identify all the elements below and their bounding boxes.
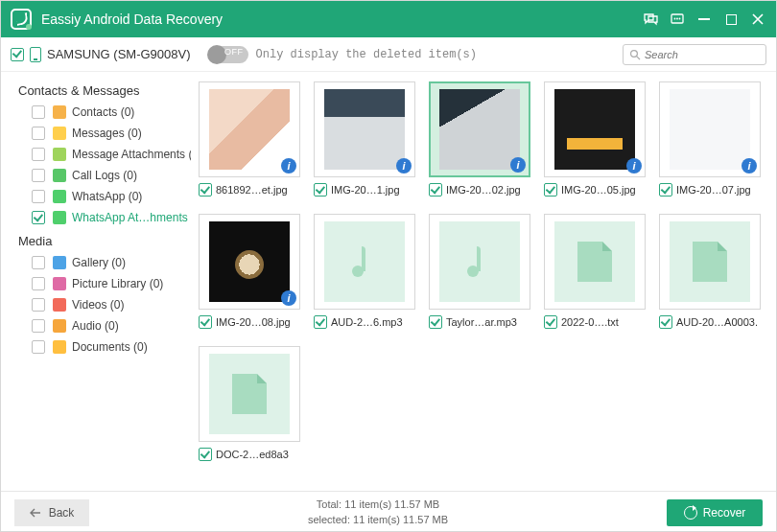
file-thumbnail[interactable]: i <box>544 81 646 177</box>
only-deleted-label: Only display the deleted item(s) <box>256 48 477 61</box>
close-button[interactable] <box>749 11 766 28</box>
sidebar-item-checkbox[interactable] <box>32 190 45 203</box>
file-caption: AUD-20…A0003. <box>659 315 761 329</box>
sidebar-item-checkbox[interactable] <box>32 256 45 269</box>
file-thumbnail[interactable]: i <box>659 81 761 177</box>
info-badge-icon[interactable]: i <box>396 158 412 173</box>
feedback-icon[interactable] <box>669 11 686 28</box>
category-icon <box>53 277 66 290</box>
sidebar-group-title: Contacts & Messages <box>18 83 183 98</box>
sidebar-item[interactable]: WhatsApp At…hments (11) <box>14 207 183 228</box>
file-thumbnail[interactable]: i <box>429 81 530 177</box>
file-checkbox[interactable] <box>544 183 557 197</box>
file-checkbox[interactable] <box>429 315 442 329</box>
sidebar-item[interactable]: Audio (0) <box>14 315 183 336</box>
file-checkbox[interactable] <box>199 183 212 197</box>
sidebar-item-checkbox[interactable] <box>32 211 45 224</box>
file-thumbnail[interactable]: i <box>314 81 415 177</box>
back-button[interactable]: Back <box>14 499 89 526</box>
file-name: AUD-20…A0003. <box>676 316 758 328</box>
sidebar-item-label: WhatsApp (0) <box>72 190 142 203</box>
file-thumbnail[interactable]: i <box>199 214 300 310</box>
sidebar-item[interactable]: Gallery (0) <box>14 252 183 273</box>
svg-point-1 <box>674 18 676 20</box>
sidebar-item[interactable]: Videos (0) <box>14 294 183 315</box>
file-card[interactable]: DOC-2…ed8a3 <box>199 346 300 461</box>
sidebar-item[interactable]: Picture Library (0) <box>14 273 183 294</box>
file-thumbnail[interactable] <box>659 214 761 310</box>
file-thumbnail[interactable] <box>314 214 415 310</box>
file-checkbox[interactable] <box>199 315 212 329</box>
file-checkbox[interactable] <box>199 448 212 461</box>
search-input[interactable] <box>645 49 760 60</box>
file-card[interactable]: 2022-0….txt <box>544 214 646 329</box>
file-checkbox[interactable] <box>659 183 672 197</box>
sidebar-item[interactable]: Contacts (0) <box>14 102 183 123</box>
sidebar-item-checkbox[interactable] <box>32 169 45 182</box>
sidebar-item-label: Call Logs (0) <box>72 169 137 182</box>
file-caption: IMG-20…07.jpg <box>659 183 761 197</box>
search-icon <box>629 49 641 60</box>
sidebar-item[interactable]: WhatsApp (0) <box>14 186 183 207</box>
sidebar-item-checkbox[interactable] <box>32 298 45 312</box>
category-sidebar: Contacts & MessagesContacts (0)Messages … <box>1 72 191 491</box>
maximize-button[interactable] <box>722 11 740 28</box>
info-badge-icon[interactable]: i <box>742 158 757 173</box>
file-card[interactable]: iIMG-20…07.jpg <box>659 81 761 197</box>
file-thumbnail[interactable] <box>544 214 646 310</box>
file-checkbox[interactable] <box>314 183 327 197</box>
file-card[interactable]: iIMG-20…08.jpg <box>199 214 300 329</box>
sidebar-item-checkbox[interactable] <box>32 340 45 354</box>
file-checkbox[interactable] <box>429 183 442 197</box>
info-badge-icon[interactable]: i <box>510 157 526 173</box>
file-card[interactable]: i861892…et.jpg <box>199 81 300 197</box>
minimize-button[interactable] <box>695 11 713 28</box>
only-deleted-toggle[interactable]: OFF <box>208 46 248 63</box>
info-badge-icon[interactable]: i <box>626 158 642 173</box>
category-icon <box>53 169 66 182</box>
recover-button[interactable]: Recover <box>667 499 763 526</box>
file-caption: 861892…et.jpg <box>199 183 300 197</box>
file-card[interactable]: iIMG-20…1.jpg <box>314 81 415 197</box>
file-card[interactable]: iIMG-20…02.jpg <box>429 81 530 197</box>
file-card[interactable]: AUD-2…6.mp3 <box>314 214 415 329</box>
category-icon <box>53 127 66 140</box>
sidebar-item[interactable]: Call Logs (0) <box>14 165 183 186</box>
sidebar-item-label: Audio (0) <box>72 319 119 333</box>
sidebar-item-label: Messages (0) <box>72 127 142 140</box>
sidebar-item[interactable]: Messages (0) <box>14 123 183 144</box>
file-card[interactable]: iIMG-20…05.jpg <box>544 81 646 197</box>
chat-icon[interactable] <box>642 11 659 28</box>
top-bar: SAMSUNG (SM-G9008V) OFF Only display the… <box>1 37 776 72</box>
file-checkbox[interactable] <box>659 315 672 329</box>
sidebar-item[interactable]: Message Attachments (0) <box>14 144 183 165</box>
sidebar-item-checkbox[interactable] <box>32 277 45 290</box>
sidebar-item-checkbox[interactable] <box>32 105 45 119</box>
stats-total: Total: 11 item(s) 11.57 MB <box>317 498 439 510</box>
sidebar-item-checkbox[interactable] <box>32 127 45 140</box>
info-badge-icon[interactable]: i <box>281 158 296 173</box>
file-caption: AUD-2…6.mp3 <box>314 315 415 329</box>
document-icon <box>232 374 267 414</box>
file-name: 2022-0….txt <box>561 316 619 328</box>
back-arrow-icon <box>30 508 41 518</box>
file-checkbox[interactable] <box>314 315 327 329</box>
file-card[interactable]: Taylor…ar.mp3 <box>429 214 530 329</box>
file-thumbnail[interactable] <box>429 214 530 310</box>
info-badge-icon[interactable]: i <box>281 290 296 306</box>
device-checkbox[interactable] <box>11 48 24 61</box>
file-thumbnail[interactable]: i <box>199 81 300 177</box>
sidebar-item[interactable]: Documents (0) <box>14 336 183 358</box>
sidebar-item-checkbox[interactable] <box>32 319 45 333</box>
recover-label: Recover <box>703 506 746 520</box>
file-name: 861892…et.jpg <box>216 184 288 196</box>
file-name: IMG-20…05.jpg <box>561 184 636 196</box>
music-note-icon <box>465 244 494 279</box>
file-name: IMG-20…08.jpg <box>216 316 291 328</box>
search-box[interactable] <box>623 44 766 65</box>
file-checkbox[interactable] <box>544 315 557 329</box>
sidebar-item-label: Videos (0) <box>72 298 124 312</box>
file-card[interactable]: AUD-20…A0003. <box>659 214 761 329</box>
file-thumbnail[interactable] <box>199 346 300 442</box>
sidebar-item-checkbox[interactable] <box>32 148 45 161</box>
